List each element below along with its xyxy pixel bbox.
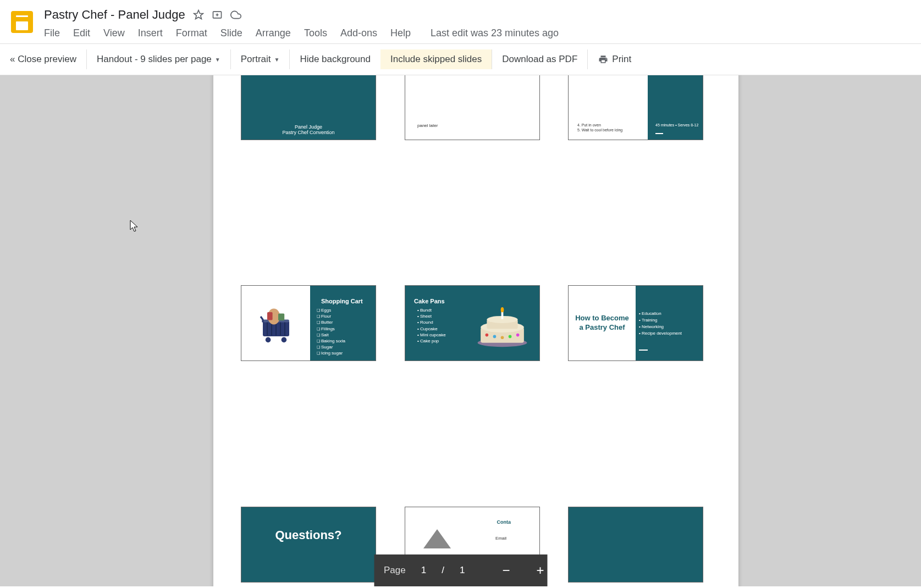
cake-icon [476, 307, 528, 348]
slide-list: Education Training Networking Recipe dev… [635, 286, 703, 337]
slide-title: Shopping Cart [309, 286, 376, 307]
menu-file[interactable]: File [44, 27, 60, 39]
preview-canvas[interactable]: Panel Judge Pastry Chef Convention panel… [0, 75, 921, 586]
slide-text: Pastry Chef Convention [241, 130, 376, 135]
slide-text: Email [495, 536, 506, 541]
pdf-total-pages: 1 [454, 565, 470, 576]
slide-thumbnail-2[interactable]: panel later [405, 75, 540, 140]
print-toolbar: « Close preview Handout - 9 slides per p… [0, 43, 921, 75]
menu-insert[interactable]: Insert [138, 27, 163, 39]
zoom-out-button[interactable]: − [499, 563, 513, 578]
slide-title-line2: a Pastry Chef [575, 323, 629, 332]
slide-title-line1: How to Become [575, 314, 629, 323]
svg-point-19 [493, 335, 497, 339]
pdf-viewer-controls: Page 1 / 1 − + [374, 554, 547, 586]
svg-point-22 [516, 334, 520, 337]
star-icon[interactable] [193, 9, 204, 20]
slide-text: 4. Put in oven [577, 123, 601, 127]
menu-addons[interactable]: Add-ons [340, 27, 377, 39]
slide-thumbnail-9[interactable] [568, 507, 703, 583]
svg-point-8 [265, 337, 271, 343]
svg-point-20 [501, 336, 504, 339]
include-skipped-button[interactable]: Include skipped slides [380, 49, 492, 69]
download-pdf-button[interactable]: Download as PDF [492, 49, 588, 69]
hide-background-button[interactable]: Hide background [290, 49, 380, 69]
preview-page: Panel Judge Pastry Chef Convention panel… [213, 75, 738, 586]
svg-point-9 [281, 337, 286, 343]
slide-thumbnail-1[interactable]: Panel Judge Pastry Chef Convention [241, 75, 376, 140]
slide-list: Eggs Flour Butter Fillings Salt Baking s… [309, 307, 376, 357]
slide-thumbnail-4[interactable]: Shopping Cart Eggs Flour Butter Fillings… [241, 285, 376, 361]
cloud-icon[interactable] [230, 9, 241, 20]
orientation-dropdown[interactable]: Portrait ▼ [231, 49, 290, 69]
document-title[interactable]: Pastry Chef - Panel Judge [44, 8, 185, 22]
menu-edit[interactable]: Edit [73, 27, 90, 39]
menu-slide[interactable]: Slide [220, 27, 242, 39]
slide-thumbnail-5[interactable]: Cake Pans Bundt Sheet Round Cupcake Mini… [405, 285, 540, 361]
menu-help[interactable]: Help [390, 27, 411, 39]
print-button[interactable]: Print [588, 49, 641, 69]
slide-text: panel later [417, 123, 438, 128]
slide-thumbnail-6[interactable]: How to Become a Pastry Chef Education Tr… [568, 285, 703, 361]
move-icon[interactable] [212, 9, 223, 20]
svg-point-21 [509, 335, 512, 339]
pdf-page-label: Page [384, 565, 406, 576]
last-edit-text[interactable]: Last edit was 23 minutes ago [431, 27, 559, 39]
pdf-page-separator: / [442, 565, 444, 576]
zoom-in-button[interactable]: + [533, 563, 547, 578]
cursor-icon [130, 220, 140, 233]
slide-thumbnail-3[interactable]: 4. Put in oven 5. Wait to cool before ic… [568, 75, 703, 140]
chevron-down-icon: ▼ [274, 57, 280, 63]
handout-dropdown[interactable]: Handout - 9 slides per page ▼ [87, 49, 231, 69]
slides-logo[interactable] [11, 11, 33, 33]
envelope-icon [421, 524, 454, 551]
menu-format[interactable]: Format [176, 27, 207, 39]
slide-title: Questions? [241, 507, 376, 542]
menu-bar: File Edit View Insert Format Slide Arran… [44, 22, 921, 43]
pdf-current-page[interactable]: 1 [416, 565, 432, 576]
svg-point-18 [486, 334, 489, 337]
slide-text: Panel Judge [241, 124, 376, 130]
svg-rect-12 [278, 313, 284, 320]
slide-text: 5. Wait to cool before icing [577, 128, 622, 132]
slide-title: Cake Pans [405, 286, 539, 307]
menu-arrange[interactable]: Arrange [256, 27, 291, 39]
slide-thumbnail-7[interactable]: Questions? [241, 507, 376, 583]
menu-view[interactable]: View [103, 27, 125, 39]
slide-text: 45 minutes • Serves 8-12 [655, 123, 698, 127]
shopping-cart-icon [254, 301, 298, 345]
svg-rect-11 [267, 312, 273, 320]
menu-tools[interactable]: Tools [304, 27, 327, 39]
slide-text: Conta [497, 519, 511, 525]
chevron-down-icon: ▼ [215, 57, 220, 63]
close-preview-button[interactable]: « Close preview [0, 49, 87, 69]
print-icon [598, 54, 609, 64]
svg-point-24 [501, 307, 504, 312]
